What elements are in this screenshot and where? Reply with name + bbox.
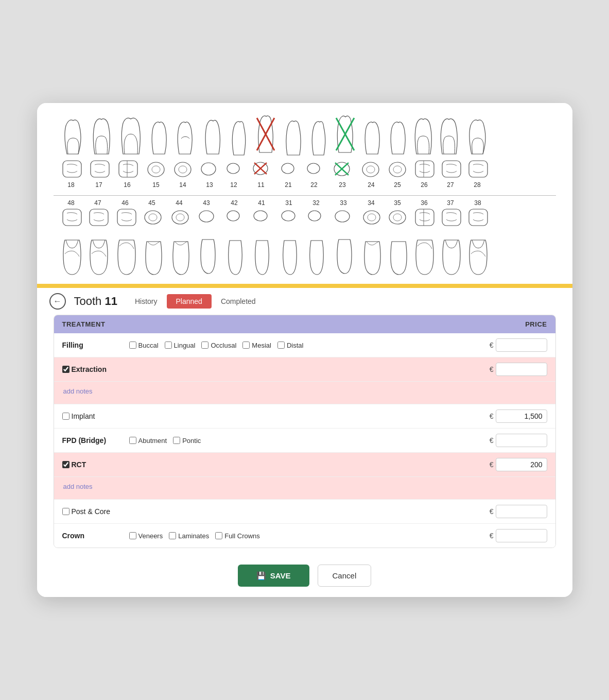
upper-teeth-side-svg xyxy=(58,115,552,157)
treatment-panel: TREATMENT PRICE Filling Buccal Lingual O… xyxy=(37,315,572,556)
extraction-checkbox-label[interactable]: Extraction xyxy=(62,365,107,373)
svg-point-12 xyxy=(227,163,239,174)
rct-add-notes[interactable]: add notes xyxy=(62,483,93,490)
upper-teeth-side-row xyxy=(54,115,556,157)
fpd-options: Abutment Pontic xyxy=(129,437,480,445)
treatment-row-extraction: Extraction € xyxy=(54,357,555,382)
rct-price-cell: € xyxy=(480,458,547,471)
svg-text:17: 17 xyxy=(95,181,102,189)
extraction-price-input[interactable] xyxy=(496,363,547,376)
treatment-row-implant: Implant € xyxy=(54,404,555,429)
svg-point-64 xyxy=(149,214,157,221)
tab-bar: History Planned Completed xyxy=(126,294,265,309)
treatment-row-post-core: Post & Core € xyxy=(54,500,555,524)
crown-veneers[interactable]: Veneers xyxy=(129,532,163,540)
post-core-price-input[interactable] xyxy=(496,505,547,518)
svg-text:42: 42 xyxy=(231,199,238,207)
filling-occlusal[interactable]: Occlusal xyxy=(201,342,236,349)
svg-text:26: 26 xyxy=(421,181,428,189)
post-core-price-cell: € xyxy=(480,505,547,518)
svg-text:35: 35 xyxy=(394,199,401,207)
post-core-checkbox[interactable] xyxy=(62,508,69,515)
svg-text:46: 46 xyxy=(121,199,129,207)
svg-text:33: 33 xyxy=(340,199,347,207)
svg-point-24 xyxy=(393,166,402,173)
svg-point-76 xyxy=(393,214,402,221)
crown-label: Crown xyxy=(62,532,129,540)
extraction-checkbox[interactable] xyxy=(62,366,69,373)
svg-rect-61 xyxy=(90,209,108,226)
fpd-price-input[interactable] xyxy=(496,434,547,447)
svg-rect-6 xyxy=(119,161,137,177)
svg-text:11: 11 xyxy=(257,181,265,189)
svg-point-8 xyxy=(152,166,160,173)
svg-rect-62 xyxy=(117,209,136,226)
upper-occlusal-row: 18 17 16 15 14 13 12 11 21 22 23 24 25 2… xyxy=(54,159,556,192)
svg-rect-60 xyxy=(63,209,81,226)
tab-completed[interactable]: Completed xyxy=(212,294,265,309)
svg-rect-77 xyxy=(415,209,434,226)
tab-history[interactable]: History xyxy=(126,294,167,309)
post-core-checkbox-label[interactable]: Post & Core xyxy=(62,507,129,516)
crown-price-cell: € xyxy=(480,529,547,542)
svg-text:32: 32 xyxy=(312,199,320,207)
app-container: 18 17 16 15 14 13 12 11 21 22 23 24 25 2… xyxy=(37,103,572,597)
filling-distal[interactable]: Distal xyxy=(277,342,304,349)
arch-divider xyxy=(54,195,556,196)
save-icon: 💾 xyxy=(256,571,266,581)
action-bar: 💾 SAVE Cancel xyxy=(37,556,572,597)
svg-text:36: 36 xyxy=(421,199,428,207)
svg-text:25: 25 xyxy=(394,181,401,189)
svg-text:44: 44 xyxy=(176,199,183,207)
svg-point-73 xyxy=(363,211,380,224)
svg-rect-79 xyxy=(469,209,488,226)
back-button[interactable]: ← xyxy=(49,293,66,310)
svg-rect-78 xyxy=(442,209,461,226)
tab-planned[interactable]: Planned xyxy=(167,294,212,309)
svg-rect-4 xyxy=(63,161,81,177)
cancel-button[interactable]: Cancel xyxy=(318,565,372,587)
rct-checkbox[interactable] xyxy=(62,461,69,468)
svg-rect-25 xyxy=(415,161,434,177)
filling-buccal[interactable]: Buccal xyxy=(129,342,159,349)
tooth-header: ← Tooth 11 History Planned Completed xyxy=(37,286,572,315)
svg-text:24: 24 xyxy=(368,181,375,189)
rct-checkbox-label[interactable]: RCT xyxy=(62,460,129,469)
save-button[interactable]: 💾 SAVE xyxy=(238,565,309,587)
svg-text:38: 38 xyxy=(474,199,481,207)
svg-point-72 xyxy=(335,211,350,222)
svg-point-16 xyxy=(282,163,294,174)
fpd-abutment[interactable]: Abutment xyxy=(129,437,167,445)
filling-lingual[interactable]: Lingual xyxy=(165,342,196,349)
crown-price-input[interactable] xyxy=(496,529,547,542)
extraction-add-notes[interactable]: add notes xyxy=(62,387,93,395)
svg-text:18: 18 xyxy=(67,181,75,189)
filling-price-input[interactable] xyxy=(496,338,547,352)
svg-rect-26 xyxy=(442,161,461,177)
svg-point-11 xyxy=(201,163,216,175)
svg-text:12: 12 xyxy=(230,181,237,189)
upper-occlusal-svg: 18 17 16 15 14 13 12 11 21 22 23 24 25 2… xyxy=(58,159,552,192)
implant-price-cell: € xyxy=(480,409,547,423)
treatment-table: TREATMENT PRICE Filling Buccal Lingual O… xyxy=(54,315,556,548)
fpd-pontic[interactable]: Pontic xyxy=(173,437,201,445)
rct-price-input[interactable] xyxy=(496,458,547,471)
svg-text:16: 16 xyxy=(124,181,131,189)
svg-text:23: 23 xyxy=(339,181,346,189)
implant-checkbox-label[interactable]: Implant xyxy=(62,412,129,420)
treatment-row-rct: RCT € xyxy=(54,453,555,477)
lower-teeth-side-row xyxy=(54,233,556,280)
treatment-row-crown: Crown Veneers Laminates Full Crowns € xyxy=(54,524,555,548)
implant-checkbox[interactable] xyxy=(62,413,69,420)
implant-price-input[interactable] xyxy=(496,409,547,423)
svg-point-66 xyxy=(176,214,184,221)
svg-rect-5 xyxy=(91,161,109,177)
svg-point-68 xyxy=(227,211,239,221)
svg-text:47: 47 xyxy=(94,199,101,207)
crown-full-crowns[interactable]: Full Crowns xyxy=(215,532,260,540)
filling-mesial[interactable]: Mesial xyxy=(242,342,271,349)
svg-text:13: 13 xyxy=(206,181,213,189)
rct-notes-row: add notes xyxy=(54,477,555,500)
crown-laminates[interactable]: Laminates xyxy=(169,532,209,540)
svg-point-63 xyxy=(145,211,161,224)
